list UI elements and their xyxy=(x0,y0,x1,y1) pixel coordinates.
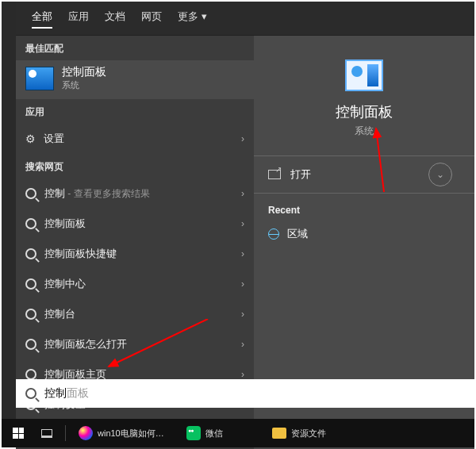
gear-icon xyxy=(25,132,36,145)
start-button[interactable] xyxy=(6,423,30,443)
search-icon xyxy=(25,218,36,229)
recent-item[interactable]: 区域 xyxy=(254,221,474,248)
task-view-icon xyxy=(41,429,52,438)
taskbar: win10电脑如何设... 微信 资源文件 xyxy=(2,419,474,447)
web-result[interactable]: 控制 - 查看更多搜索结果 › xyxy=(16,178,254,209)
app-result-settings[interactable]: 设置 › xyxy=(16,124,254,154)
web-result[interactable]: 控制面板快捷键 › xyxy=(16,239,254,269)
search-icon xyxy=(25,188,36,199)
section-best-match: 最佳匹配 xyxy=(16,36,254,60)
web-result[interactable]: 控制面板 › xyxy=(16,209,254,239)
open-icon xyxy=(268,170,281,179)
open-action[interactable]: 打开 ⌄ xyxy=(254,156,474,193)
chevron-right-icon: › xyxy=(241,309,244,320)
search-icon xyxy=(25,278,36,290)
best-match-result[interactable]: 控制面板 系统 xyxy=(16,60,254,99)
windows-icon xyxy=(13,428,24,439)
web-result[interactable]: 控制中心 › xyxy=(16,269,254,299)
tab-web[interactable]: 网页 xyxy=(141,10,162,29)
chevron-right-icon: › xyxy=(241,278,244,290)
search-icon xyxy=(25,339,36,350)
taskbar-app-label: 资源文件 xyxy=(291,428,326,439)
search-input-bar[interactable]: 控制面板 xyxy=(16,379,474,408)
browser-icon xyxy=(79,426,93,440)
open-label: 打开 xyxy=(290,167,311,182)
control-panel-icon xyxy=(25,67,54,90)
taskbar-app-label: win10电脑如何设... xyxy=(98,428,169,439)
tab-all[interactable]: 全部 xyxy=(32,10,52,29)
chevron-right-icon: › xyxy=(241,133,244,144)
region-icon xyxy=(268,228,279,240)
chevron-right-icon: › xyxy=(241,339,244,350)
web-result[interactable]: 控制面板怎么打开 › xyxy=(16,329,254,359)
chevron-right-icon: › xyxy=(241,188,244,199)
section-apps: 应用 xyxy=(16,99,254,124)
best-match-title: 控制面板 xyxy=(62,65,106,79)
folder-icon xyxy=(272,428,286,439)
tab-docs[interactable]: 文档 xyxy=(105,10,125,29)
search-icon xyxy=(25,388,36,399)
search-filter-tabs: 全部 应用 文档 网页 更多 ▾ xyxy=(16,2,474,35)
search-icon xyxy=(25,369,36,380)
web-results-list: 控制 - 查看更多搜索结果 › 控制面板 › 控制面板快捷键 › 控制中心 › xyxy=(16,178,254,449)
tab-apps[interactable]: 应用 xyxy=(68,10,89,29)
control-panel-icon xyxy=(345,59,383,91)
taskbar-app-label: 微信 xyxy=(205,428,223,439)
chevron-right-icon: › xyxy=(241,369,244,380)
taskbar-app[interactable]: 微信 xyxy=(180,421,229,445)
search-icon xyxy=(25,248,36,259)
tab-more[interactable]: 更多 ▾ xyxy=(178,10,207,29)
search-icon xyxy=(25,309,36,320)
expand-button[interactable]: ⌄ xyxy=(428,163,452,186)
section-web: 搜索网页 xyxy=(16,154,254,178)
task-view-button[interactable] xyxy=(35,424,59,443)
detail-title: 控制面板 xyxy=(254,102,474,121)
best-match-subtitle: 系统 xyxy=(62,79,106,91)
taskbar-app[interactable]: win10电脑如何设... xyxy=(72,421,175,445)
web-result[interactable]: 控制台 › xyxy=(16,299,254,329)
search-text: 控制面板 xyxy=(44,386,89,401)
detail-subtitle: 系统 xyxy=(254,125,474,138)
wechat-icon xyxy=(186,426,201,440)
chevron-right-icon: › xyxy=(241,218,244,229)
app-result-label: 设置 xyxy=(44,132,64,146)
recent-header: Recent xyxy=(254,194,474,221)
taskbar-app[interactable]: 资源文件 xyxy=(266,423,332,444)
recent-item-label: 区域 xyxy=(287,227,308,241)
chevron-right-icon: › xyxy=(241,248,244,259)
